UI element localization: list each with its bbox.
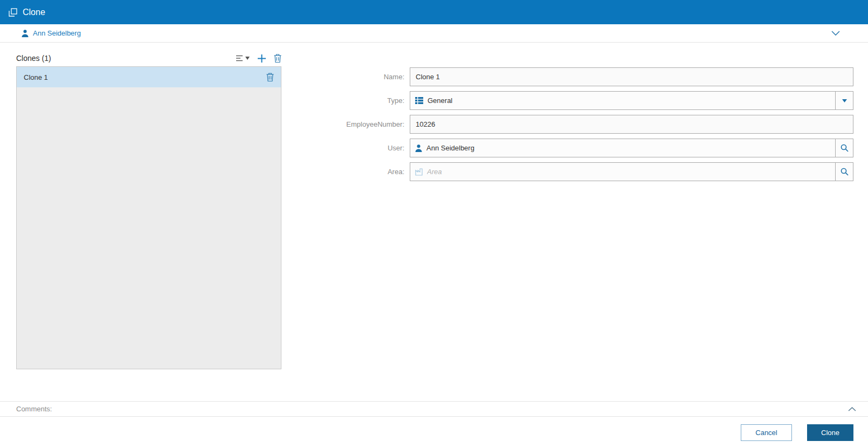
area-label: Area: (307, 162, 410, 181)
employee-number-label: EmployeeNumber: (307, 115, 410, 134)
clone-item-label: Clone 1 (24, 73, 48, 81)
window-title: Clone (23, 8, 45, 17)
building-icon (415, 168, 423, 176)
area-field[interactable] (410, 162, 836, 181)
delete-clone-button[interactable] (274, 54, 281, 63)
sort-icon (236, 54, 244, 62)
clone-button[interactable]: Clone (807, 424, 853, 441)
form-row-name: Name: (307, 67, 853, 86)
name-label: Name: (307, 67, 410, 86)
footer-actions: Cancel Clone (0, 417, 868, 448)
form-row-employee-number: EmployeeNumber: (307, 115, 853, 134)
caret-down-icon (245, 57, 250, 60)
type-label: Type: (307, 91, 410, 110)
caret-down-icon (842, 99, 847, 102)
comments-section: Comments: (0, 401, 868, 417)
user-value: Ann Seidelberg (426, 144, 474, 152)
user-label: User: (307, 139, 410, 157)
add-clone-button[interactable] (258, 54, 266, 63)
clones-header-label: Clones (1) (16, 54, 51, 63)
type-value: General (428, 97, 452, 105)
clones-toolbar (236, 54, 281, 63)
comments-label: Comments: (16, 405, 52, 413)
trash-icon[interactable] (266, 73, 274, 81)
magnifier-icon (841, 168, 849, 176)
type-field[interactable]: General (410, 91, 836, 110)
user-name-link[interactable]: Ann Seidelberg (33, 29, 81, 37)
area-search-button[interactable] (835, 162, 853, 181)
clones-panel-header: Clones (1) (16, 52, 281, 65)
chevron-down-icon[interactable] (831, 31, 840, 36)
list-icon (415, 97, 423, 104)
titlebar: Clone (0, 0, 868, 24)
clone-list-item[interactable]: Clone 1 (17, 67, 281, 87)
form-row-user: User: Ann Seidelberg (307, 139, 853, 157)
employee-number-input[interactable] (410, 115, 853, 134)
chevron-up-icon[interactable] (848, 407, 856, 411)
person-icon (415, 144, 422, 152)
user-field[interactable]: Ann Seidelberg (410, 139, 836, 157)
area-input[interactable] (427, 168, 830, 176)
person-icon (22, 30, 29, 37)
user-search-button[interactable] (835, 139, 853, 157)
form-row-type: Type: General (307, 91, 853, 110)
trash-icon (274, 54, 281, 63)
cancel-button[interactable]: Cancel (741, 424, 792, 441)
magnifier-icon (841, 144, 849, 152)
name-input[interactable] (410, 67, 853, 86)
sort-button[interactable] (236, 54, 250, 62)
clone-icon (9, 8, 17, 17)
user-bar: Ann Seidelberg (0, 24, 868, 43)
plus-icon (258, 54, 266, 63)
clone-list: Clone 1 (16, 66, 281, 369)
form-row-area: Area: (307, 162, 853, 181)
type-dropdown-button[interactable] (835, 91, 853, 110)
